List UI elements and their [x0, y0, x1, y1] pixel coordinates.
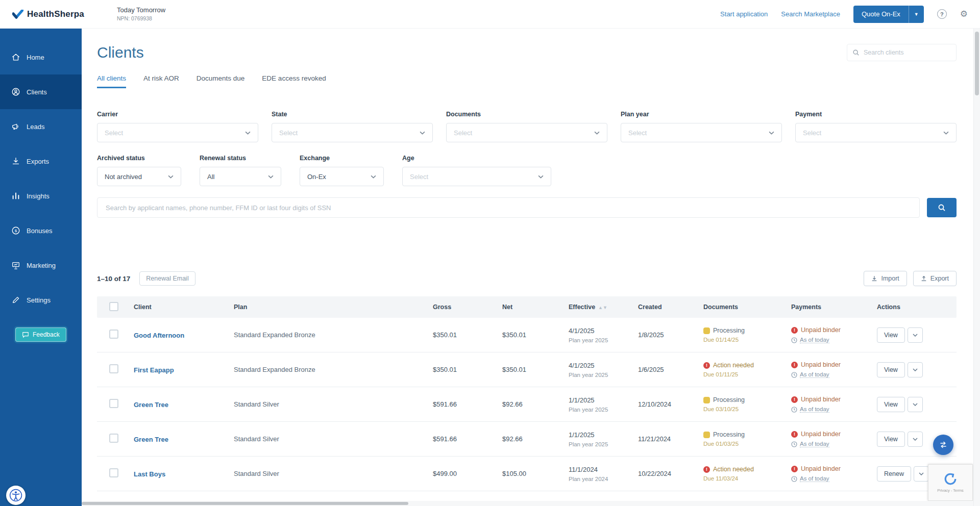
clock-icon — [791, 476, 797, 482]
sidebar-item-settings[interactable]: Settings — [0, 283, 82, 317]
tab-ede-access-revoked[interactable]: EDE access revoked — [262, 74, 326, 88]
brand-logo[interactable]: HealthSherpa — [12, 9, 84, 19]
sidebar-item-clients[interactable]: Clients — [0, 74, 82, 109]
state-select[interactable]: Select — [272, 123, 433, 142]
documents-due: Due 01/11/25 — [703, 371, 787, 377]
renewal-status-select[interactable]: All — [200, 167, 281, 186]
row-action-dropdown[interactable] — [908, 432, 923, 447]
archived-status-select[interactable]: Not archived — [97, 167, 181, 186]
feedback-button[interactable]: Feedback — [15, 327, 66, 342]
column-header-documents[interactable]: Documents — [699, 303, 787, 311]
row-action-button[interactable]: Renew — [877, 466, 911, 482]
sort-icon: ▲▼ — [598, 305, 607, 310]
export-button[interactable]: Export — [913, 271, 957, 286]
quote-on-ex-button[interactable]: Quote On-Ex ▼ — [853, 6, 924, 23]
agent-info[interactable]: Today Tomorrow NPN: 0769938 — [117, 6, 165, 21]
row-checkbox[interactable] — [109, 468, 118, 477]
renewal-email-button[interactable]: Renewal Email — [139, 271, 195, 286]
row-action-dropdown[interactable] — [908, 327, 923, 343]
payments-alert-icon — [791, 396, 798, 403]
clients-search-box[interactable] — [847, 44, 957, 61]
column-header-payments[interactable]: Payments — [787, 303, 873, 311]
payments-alert-icon — [791, 327, 798, 334]
client-name-link[interactable]: Green Tree — [134, 401, 168, 409]
carrier-select[interactable]: Select — [97, 123, 258, 142]
recaptcha-badge: Privacy - Terms — [928, 464, 973, 501]
column-header-gross[interactable]: Gross — [429, 303, 498, 311]
start-application-link[interactable]: Start application — [720, 10, 768, 18]
tab-all-clients[interactable]: All clients — [97, 74, 126, 88]
clients-search-input[interactable] — [864, 49, 951, 56]
client-name-link[interactable]: First Eapapp — [134, 366, 174, 374]
client-name-link[interactable]: Last Boys — [134, 470, 165, 478]
net-value: $105.00 — [498, 470, 565, 477]
row-action-button[interactable]: View — [877, 397, 905, 412]
column-header-created[interactable]: Created — [634, 303, 699, 311]
vertical-scrollbar-thumb[interactable] — [975, 32, 979, 95]
row-checkbox[interactable] — [109, 330, 118, 339]
client-name-link[interactable]: Good Afternoon — [134, 332, 184, 339]
messenger-fab-button[interactable] — [933, 435, 953, 455]
filter-plan-year: Plan year Select — [621, 111, 782, 142]
documents-status: Processing — [713, 396, 745, 403]
horizontal-scrollbar-thumb[interactable] — [82, 502, 408, 505]
column-header-net[interactable]: Net — [498, 303, 565, 311]
plan-year-select[interactable]: Select — [621, 123, 782, 142]
row-action-dropdown[interactable] — [908, 397, 923, 412]
chevron-down-icon — [919, 472, 924, 475]
row-checkbox[interactable] — [109, 399, 118, 408]
row-action-button[interactable]: View — [877, 362, 905, 377]
row-action-dropdown[interactable] — [908, 362, 923, 377]
row-action-button[interactable]: View — [877, 432, 905, 447]
row-action-dropdown[interactable] — [914, 466, 929, 482]
applicant-search-bar — [97, 197, 957, 218]
help-icon[interactable]: ? — [937, 9, 947, 19]
tab-documents-due[interactable]: Documents due — [197, 74, 245, 88]
row-action-button[interactable]: View — [877, 327, 905, 343]
chevron-down-icon — [594, 131, 600, 135]
chevron-down-icon — [913, 334, 918, 337]
sidebar-item-exports[interactable]: Exports — [0, 144, 82, 179]
chevron-down-icon[interactable]: ▼ — [909, 6, 924, 23]
sidebar-item-label: Insights — [27, 192, 50, 200]
horizontal-scrollbar[interactable] — [82, 501, 973, 506]
row-checkbox[interactable] — [109, 434, 118, 443]
payment-select[interactable]: Select — [795, 123, 957, 142]
net-value: $350.01 — [498, 331, 565, 339]
brand-name: HealthSherpa — [27, 9, 84, 19]
import-button[interactable]: Import — [864, 271, 906, 286]
sidebar-item-label: Settings — [27, 296, 51, 304]
exchange-select[interactable]: On-Ex — [300, 167, 384, 186]
plan-year: Plan year 2025 — [569, 407, 634, 413]
sidebar-item-bonuses[interactable]: $ Bonuses — [0, 213, 82, 248]
accessibility-widget-button[interactable] — [6, 486, 26, 505]
row-checkbox[interactable] — [109, 364, 118, 373]
gear-icon[interactable]: ⚙ — [960, 10, 968, 18]
column-header-client[interactable]: Client — [130, 303, 230, 311]
select-all-checkbox[interactable] — [109, 302, 118, 311]
filters-row-1: Carrier Select State Select Documents Se… — [97, 111, 957, 142]
documents-due: Due 01/14/25 — [703, 337, 787, 343]
healthsherpa-logo-icon — [12, 10, 23, 19]
search-button[interactable] — [927, 198, 957, 217]
client-name-link[interactable]: Green Tree — [134, 436, 168, 443]
sidebar-item-leads[interactable]: Leads — [0, 109, 82, 144]
chevron-down-icon — [913, 368, 918, 371]
column-header-effective[interactable]: Effective▲▼ — [565, 303, 634, 311]
column-header-plan[interactable]: Plan — [230, 303, 429, 311]
age-select[interactable]: Select — [402, 167, 551, 186]
filter-carrier: Carrier Select — [97, 111, 258, 142]
table-body: Good Afternoon Standard Expanded Bronze … — [97, 318, 957, 491]
applicant-search-input[interactable] — [97, 197, 920, 218]
megaphone-icon — [11, 122, 20, 131]
sidebar-item-insights[interactable]: Insights — [0, 179, 82, 213]
sidebar-item-marketing[interactable]: Marketing — [0, 248, 82, 283]
tab-at-risk-aor[interactable]: At risk AOR — [143, 74, 179, 88]
filter-payment: Payment Select — [795, 111, 957, 142]
vertical-scrollbar[interactable] — [973, 29, 980, 506]
sidebar-item-home[interactable]: Home — [0, 40, 82, 74]
sidebar-item-label: Clients — [27, 88, 47, 96]
search-marketplace-link[interactable]: Search Marketplace — [781, 10, 840, 18]
documents-select[interactable]: Select — [446, 123, 607, 142]
payments-asof: As of today — [800, 406, 829, 413]
